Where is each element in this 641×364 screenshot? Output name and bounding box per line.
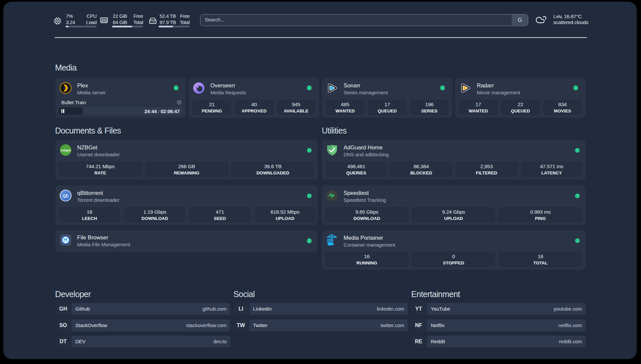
svg-text:nzbget: nzbget	[61, 148, 71, 152]
svg-text:qb: qb	[63, 193, 69, 198]
